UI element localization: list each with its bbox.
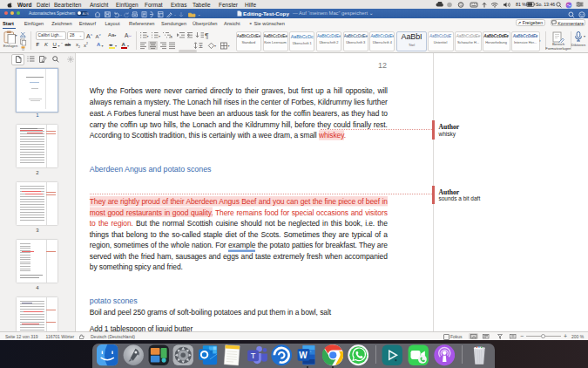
svg-text:⌄: ⌄ — [174, 13, 177, 17]
svg-text:⌄: ⌄ — [198, 12, 200, 17]
svg-text:⌄: ⌄ — [120, 13, 123, 17]
svg-text:ⓘ: ⓘ — [459, 3, 463, 7]
svg-text:T: T — [251, 351, 256, 360]
svg-text:¶: ¶ — [205, 31, 209, 39]
svg-text:W: W — [299, 351, 308, 360]
